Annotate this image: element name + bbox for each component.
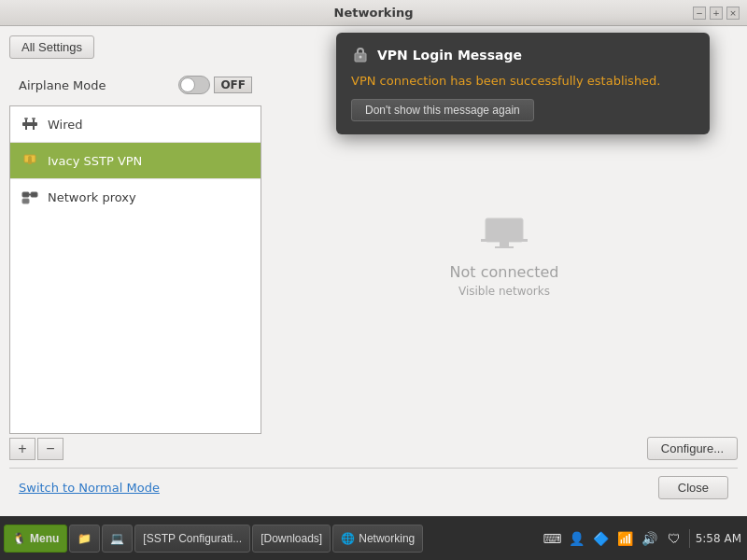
add-network-button[interactable]: + (9, 438, 35, 460)
vpn-label: Ivacy SSTP VPN (48, 154, 142, 168)
svg-rect-10 (22, 192, 29, 197)
vpn-popup-message: VPN connection has been successfully est… (351, 74, 695, 88)
sidebar: Airplane Mode OFF (9, 68, 261, 460)
wired-icon-svg (21, 115, 39, 133)
taskbar: 🐧 Menu 📁 💻 [SSTP Configurati... [Downloa… (0, 516, 747, 560)
taskbar-network-icon: 🌐 (341, 532, 355, 545)
taskbar-files-icon: 📁 (78, 532, 92, 545)
vpn-lock-icon (351, 46, 370, 64)
vpn-icon (20, 150, 40, 171)
configure-button[interactable]: Configure... (647, 437, 738, 460)
svg-rect-12 (22, 199, 29, 203)
vpn-dismiss-button[interactable]: Don't show this message again (351, 99, 534, 121)
vpn-popup-icon (351, 46, 370, 64)
taskbar-files-button[interactable]: 📁 (69, 525, 100, 553)
taskbar-bluetooth-icon: 🔷 (592, 529, 611, 548)
title-bar-controls: − + × (693, 7, 740, 20)
maximize-button[interactable]: + (710, 7, 723, 20)
vpn-popup-title: VPN Login Message (377, 48, 522, 63)
taskbar-app1-label: [SSTP Configurati... (143, 532, 242, 545)
taskbar-volume-icon: 🔊 (641, 529, 659, 548)
minimize-button[interactable]: − (693, 7, 706, 20)
proxy-icon (20, 187, 40, 207)
network-item-proxy[interactable]: Network proxy (10, 179, 261, 215)
taskbar-app2-button[interactable]: [Downloads] (252, 525, 331, 553)
taskbar-separator (689, 529, 690, 548)
toggle-knob (180, 77, 195, 92)
vpn-icon-svg (21, 151, 39, 170)
title-bar: Networking − + × (0, 0, 747, 26)
all-settings-button[interactable]: All Settings (9, 35, 94, 59)
close-button[interactable]: Close (658, 476, 728, 499)
svg-rect-5 (24, 118, 28, 119)
toggle-track (178, 76, 210, 94)
svg-rect-3 (25, 125, 27, 130)
taskbar-right: ⌨ 👤 🔷 📶 🔊 🛡 5:58 AM (543, 529, 741, 548)
svg-rect-14 (486, 218, 523, 242)
wired-label: Wired (48, 118, 83, 132)
svg-rect-4 (33, 125, 35, 130)
taskbar-terminal-icon: 💻 (110, 532, 124, 545)
toggle-off-label: OFF (214, 77, 252, 93)
svg-rect-6 (32, 118, 35, 119)
taskbar-menu-button[interactable]: 🐧 Menu (4, 525, 67, 553)
svg-rect-0 (22, 122, 37, 126)
proxy-icon-svg (21, 188, 39, 206)
remove-network-button[interactable]: − (37, 438, 63, 460)
svg-rect-16 (500, 242, 509, 246)
taskbar-network-status-icon: 📶 (616, 529, 635, 548)
airplane-mode-toggle[interactable]: OFF (178, 76, 252, 94)
vpn-popup-header: VPN Login Message (351, 46, 695, 64)
taskbar-app3-button[interactable]: 🌐 Networking (332, 525, 423, 553)
network-detail-icon-svg (476, 200, 532, 256)
configure-btn-row: Configure... (271, 437, 738, 460)
close-window-button[interactable]: × (726, 7, 740, 20)
taskbar-app3-label: Networking (359, 532, 415, 545)
taskbar-app2-label: [Downloads] (261, 532, 322, 545)
taskbar-terminal-button[interactable]: 💻 (102, 525, 133, 553)
switch-mode-link[interactable]: Switch to Normal Mode (19, 481, 160, 495)
taskbar-menu-icon: 🐧 (12, 532, 26, 545)
bottom-bar: Switch to Normal Mode Close (9, 468, 738, 507)
list-actions: + − (9, 438, 261, 460)
desktop: Networking − + × All Settings Airplane M… (0, 0, 747, 516)
svg-rect-15 (481, 239, 528, 242)
airplane-mode-row: Airplane Mode OFF (9, 68, 261, 102)
svg-point-19 (359, 56, 362, 59)
network-item-vpn[interactable]: Ivacy SSTP VPN (10, 143, 261, 179)
not-connected-text: Not connected (450, 263, 559, 281)
taskbar-shield-icon: 🛡 (665, 529, 684, 548)
network-list: Wired Ivacy SSTP VPN (9, 105, 261, 434)
vpn-popup: VPN Login Message VPN connection has bee… (336, 33, 710, 134)
proxy-label: Network proxy (48, 190, 136, 204)
taskbar-kbd-icon: ⌨ (543, 529, 562, 548)
window-title: Networking (334, 6, 414, 20)
visible-networks-text: Visible networks (458, 285, 550, 298)
taskbar-clock: 5:58 AM (696, 532, 741, 545)
svg-point-9 (28, 156, 32, 160)
network-item-wired[interactable]: Wired (10, 106, 261, 143)
wired-icon (20, 114, 40, 134)
svg-rect-17 (495, 246, 514, 248)
taskbar-user-icon: 👤 (568, 529, 586, 548)
taskbar-menu-label: Menu (30, 532, 59, 545)
taskbar-app1-button[interactable]: [SSTP Configurati... (134, 525, 250, 553)
svg-rect-11 (31, 192, 37, 197)
airplane-mode-label: Airplane Mode (19, 78, 106, 92)
